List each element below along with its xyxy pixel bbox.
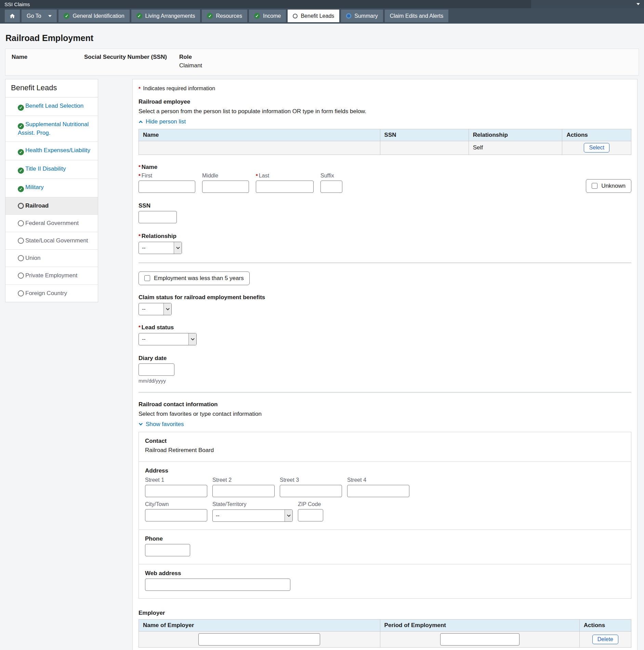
chevron-down-icon xyxy=(139,422,143,426)
tab-living-arrangements[interactable]: ✓ Living Arrangements xyxy=(131,10,200,22)
tab-label: Living Arrangements xyxy=(145,13,195,19)
sidebar-item-supplemental-nutritional[interactable]: ✓Supplemental Nutritional Assist. Prog. xyxy=(5,116,98,142)
street2-label: Street 2 xyxy=(212,477,275,483)
tab-income[interactable]: ✓ Income xyxy=(249,10,286,22)
sidebar-item-union[interactable]: Union xyxy=(5,250,98,267)
app-title: SSI Claims xyxy=(4,1,30,7)
tab-summary[interactable]: Summary xyxy=(341,10,383,22)
employer-section-label: Employer xyxy=(139,610,631,616)
home-button[interactable] xyxy=(5,10,20,22)
tab-label: Resources xyxy=(216,13,242,19)
person-ssn-cell xyxy=(380,141,469,155)
sidebar-item-federal-government[interactable]: Federal Government xyxy=(5,215,98,232)
phone-input[interactable] xyxy=(145,544,190,556)
complete-check-icon: ✓ xyxy=(18,105,24,111)
page-title: Railroad Employment xyxy=(5,33,644,43)
person-relationship-cell: Self xyxy=(469,141,562,155)
first-name-input[interactable] xyxy=(139,181,195,193)
sidebar-item-private-employment[interactable]: Private Employment xyxy=(5,267,98,284)
zip-label: ZIP Code xyxy=(298,501,323,507)
chevron-down-icon xyxy=(188,333,196,345)
street1-input[interactable] xyxy=(145,485,207,497)
street3-input[interactable] xyxy=(280,485,342,497)
sidebar-item-label: Private Employment xyxy=(25,272,77,279)
first-name-label: First xyxy=(142,173,152,178)
person-table-header-relationship: Relationship xyxy=(469,129,562,141)
employment-less-than-5-years-tile[interactable]: Employment was less than 5 years xyxy=(139,271,250,285)
open-circle-icon xyxy=(18,273,24,279)
street2-group: Street 2 xyxy=(212,477,275,497)
sidebar-item-title-ii-disability[interactable]: ✓Title II Disability xyxy=(5,160,98,179)
complete-check-icon: ✓ xyxy=(207,13,213,19)
web-address-subsection: Web address xyxy=(139,565,631,598)
sidebar-item-foreign-country[interactable]: Foreign Country xyxy=(5,285,98,302)
state-label: State/Territory xyxy=(212,501,293,507)
sidebar-item-label: Military xyxy=(25,184,44,190)
sidebar-item-label: Benefit Lead Selection xyxy=(25,103,83,109)
open-circle-icon xyxy=(18,255,24,261)
last-name-input[interactable] xyxy=(256,181,314,193)
web-address-label: Web address xyxy=(145,570,625,577)
diary-date-format-hint: mm/dd/yyyy xyxy=(139,378,631,384)
tab-label: Claim Edits and Alerts xyxy=(390,13,444,19)
sidebar-item-railroad[interactable]: Railroad xyxy=(5,197,98,215)
middle-name-input[interactable] xyxy=(202,181,249,193)
tab-benefit-leads[interactable]: Benefit Leads xyxy=(288,10,339,22)
delete-employer-button[interactable]: Delete xyxy=(592,635,618,644)
street3-label: Street 3 xyxy=(280,477,342,483)
street1-group: Street 1 xyxy=(145,477,207,497)
employer-table-row: Delete xyxy=(139,632,631,648)
complete-check-icon: ✓ xyxy=(64,13,69,19)
sidebar-item-benefit-lead-selection[interactable]: ✓Benefit Lead Selection xyxy=(5,97,98,116)
street4-input[interactable] xyxy=(347,485,409,497)
go-to-dropdown[interactable]: Go To xyxy=(22,10,57,22)
unknown-checkbox[interactable] xyxy=(592,183,597,189)
employer-name-input[interactable] xyxy=(198,633,320,646)
employer-table-header-name: Name of Employer xyxy=(139,620,380,632)
claim-status-label: Claim status for railroad employment ben… xyxy=(139,294,631,301)
complete-check-icon: ✓ xyxy=(136,13,142,19)
claimant-name-label: Name xyxy=(12,54,84,61)
show-favorites-link[interactable]: Show favorites xyxy=(139,421,184,428)
tab-general-identification[interactable]: ✓ General Identification xyxy=(58,10,129,22)
suffix-group: Suffix xyxy=(320,173,342,193)
sidebar-item-military[interactable]: ✓Military xyxy=(5,179,98,197)
ssn-input[interactable] xyxy=(139,211,177,223)
tab-resources[interactable]: ✓ Resources xyxy=(202,10,247,22)
state-select[interactable]: -- xyxy=(212,509,293,522)
web-address-input[interactable] xyxy=(145,579,290,591)
diary-date-input[interactable] xyxy=(139,363,174,376)
relationship-select[interactable]: -- xyxy=(139,242,182,254)
titlebar-menu[interactable] xyxy=(531,0,644,8)
zip-input[interactable] xyxy=(298,509,323,521)
street2-input[interactable] xyxy=(212,485,275,497)
employment-period-input[interactable] xyxy=(440,633,520,646)
chevron-down-icon xyxy=(636,3,640,5)
section-divider xyxy=(139,262,631,263)
state-selected-value: -- xyxy=(213,510,285,521)
name-unknown-checkbox-tile[interactable]: Unknown xyxy=(586,179,631,193)
app-title-bar: SSI Claims xyxy=(0,0,644,8)
suffix-input[interactable] xyxy=(320,181,342,193)
sidebar-item-label: Health Expenses/Liability xyxy=(25,147,90,154)
employment-less-than-5-years-checkbox[interactable] xyxy=(144,275,150,281)
lead-status-select[interactable]: -- xyxy=(139,333,197,345)
tab-label: General Identification xyxy=(73,13,124,19)
hide-person-list-link[interactable]: Hide person list xyxy=(139,118,186,125)
sidebar-item-health-expenses[interactable]: ✓Health Expenses/Liability xyxy=(5,142,98,160)
claim-status-select[interactable]: -- xyxy=(139,303,172,315)
lead-status-label: *Lead status xyxy=(139,324,631,331)
phone-subsection: Phone xyxy=(139,530,631,565)
sidebar-item-label: State/Local Government xyxy=(25,237,88,244)
chevron-down-icon xyxy=(285,510,292,521)
select-person-button[interactable]: Select xyxy=(584,143,609,152)
sidebar-title: Benefit Leads xyxy=(5,79,98,97)
sidebar-item-label: Railroad xyxy=(25,202,49,209)
required-asterisk: * xyxy=(139,85,141,91)
sidebar-item-label: Supplemental Nutritional Assist. Prog. xyxy=(18,121,89,136)
tab-claim-edits-and-alerts[interactable]: Claim Edits and Alerts xyxy=(385,10,449,22)
city-input[interactable] xyxy=(145,509,207,521)
claimant-ssn-label: Social Security Number (SSN) xyxy=(84,54,179,61)
benefit-leads-sidebar: Benefit Leads ✓Benefit Lead Selection ✓S… xyxy=(5,79,98,302)
sidebar-item-state-local-government[interactable]: State/Local Government xyxy=(5,232,98,250)
